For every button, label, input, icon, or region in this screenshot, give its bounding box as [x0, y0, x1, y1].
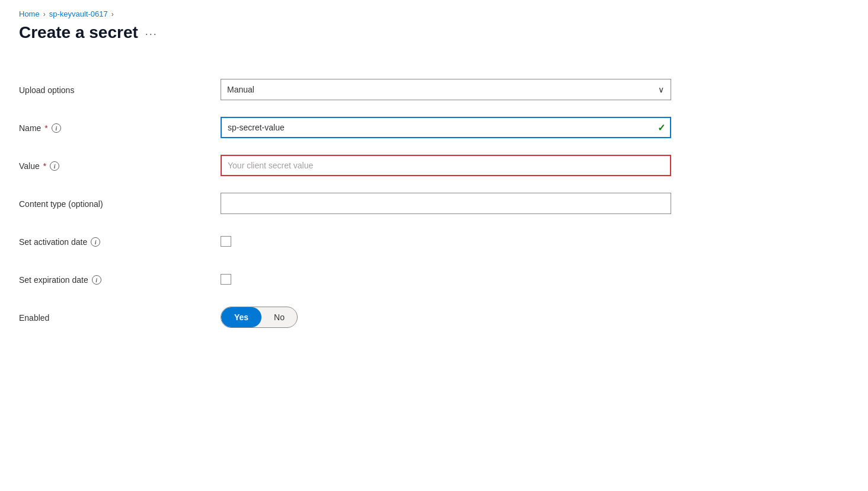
value-required-star: *: [43, 161, 46, 171]
activation-date-label: Set activation date i: [19, 236, 221, 247]
breadcrumb-home[interactable]: Home: [19, 9, 40, 18]
activation-date-row: Set activation date i: [19, 229, 671, 253]
upload-options-select[interactable]: Manual Certificate: [221, 79, 671, 100]
name-required-star: *: [44, 123, 47, 133]
upload-options-row: Upload options Manual Certificate: [19, 78, 671, 101]
activation-date-checkbox[interactable]: [221, 236, 231, 247]
breadcrumb-sep-2: ›: [111, 10, 114, 18]
expiration-date-row: Set expiration date i: [19, 267, 671, 291]
expiration-date-label: Set expiration date i: [19, 274, 221, 285]
enabled-row: Enabled Yes No: [19, 305, 671, 329]
name-row: Name * i ✓: [19, 116, 671, 139]
upload-options-label: Upload options: [19, 84, 221, 95]
value-control: [221, 155, 671, 176]
name-info-icon[interactable]: i: [52, 123, 61, 133]
content-type-label: Content type (optional): [19, 198, 221, 209]
breadcrumb: Home › sp-keyvault-0617 ›: [19, 9, 849, 18]
value-label: Value * i: [19, 160, 221, 171]
create-secret-form: Upload options Manual Certificate Name *…: [19, 66, 671, 329]
expiration-date-checkbox[interactable]: [221, 274, 231, 285]
expiration-info-icon[interactable]: i: [92, 275, 101, 285]
upload-options-control: Manual Certificate: [221, 79, 671, 100]
more-options-button[interactable]: ···: [145, 28, 158, 40]
name-input[interactable]: [221, 117, 671, 138]
enabled-yes-button[interactable]: Yes: [221, 307, 261, 327]
content-type-control: [221, 193, 671, 214]
enabled-toggle-group: Yes No: [221, 307, 298, 328]
breadcrumb-sep-1: ›: [43, 10, 46, 18]
name-checkmark-icon: ✓: [658, 122, 665, 133]
content-type-row: Content type (optional): [19, 192, 671, 215]
value-info-icon[interactable]: i: [50, 161, 59, 171]
enabled-no-button[interactable]: No: [261, 307, 297, 327]
name-control: ✓: [221, 117, 671, 138]
breadcrumb-keyvault[interactable]: sp-keyvault-0617: [49, 9, 108, 18]
value-row: Value * i: [19, 154, 671, 177]
activation-date-control: [221, 236, 671, 247]
upload-options-select-wrapper: Manual Certificate: [221, 79, 671, 100]
page-title: Create a secret: [19, 23, 138, 42]
expiration-date-control: [221, 274, 671, 285]
name-input-container: ✓: [221, 117, 671, 138]
enabled-label: Enabled: [19, 312, 221, 323]
activation-info-icon[interactable]: i: [91, 237, 100, 247]
value-input[interactable]: [221, 155, 671, 176]
content-type-input[interactable]: [221, 193, 671, 214]
enabled-control: Yes No: [221, 307, 671, 328]
name-label: Name * i: [19, 122, 221, 133]
page-header: Create a secret ···: [19, 23, 849, 42]
